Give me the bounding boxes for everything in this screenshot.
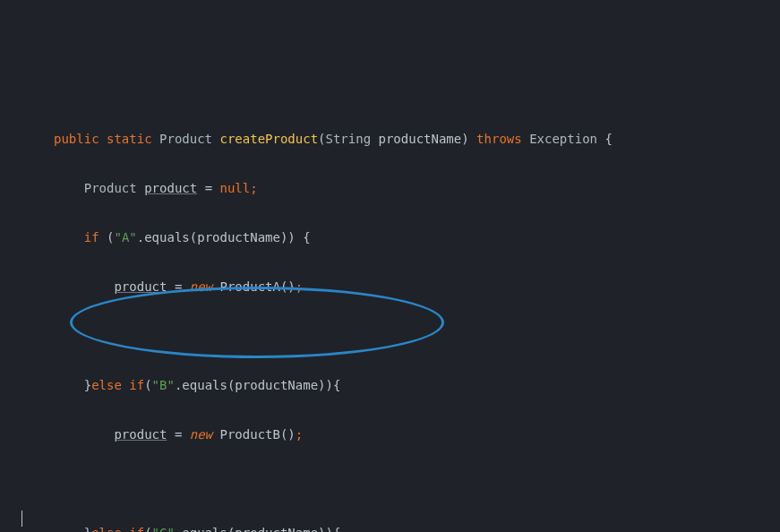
code-line: product = new ProductB();: [0, 423, 780, 448]
code-block: public static Product createProduct(Stri…: [0, 127, 780, 532]
code-line: }else if("C".equals(productName)){: [0, 521, 780, 532]
code-line: [0, 472, 780, 497]
code-line: Product product = null;: [0, 176, 780, 202]
code-line: public static Product createProduct(Stri…: [0, 127, 780, 152]
code-line: product = new ProductA();: [0, 275, 780, 300]
code-line: if ("A".equals(productName)) {: [0, 226, 780, 251]
code-line: }else if("B".equals(productName)){: [0, 373, 780, 399]
code-line: [0, 324, 780, 349]
code-editor[interactable]: public static Product createProduct(Stri…: [0, 0, 780, 532]
editor-gutter: [0, 0, 16, 532]
text-cursor: [21, 511, 22, 527]
